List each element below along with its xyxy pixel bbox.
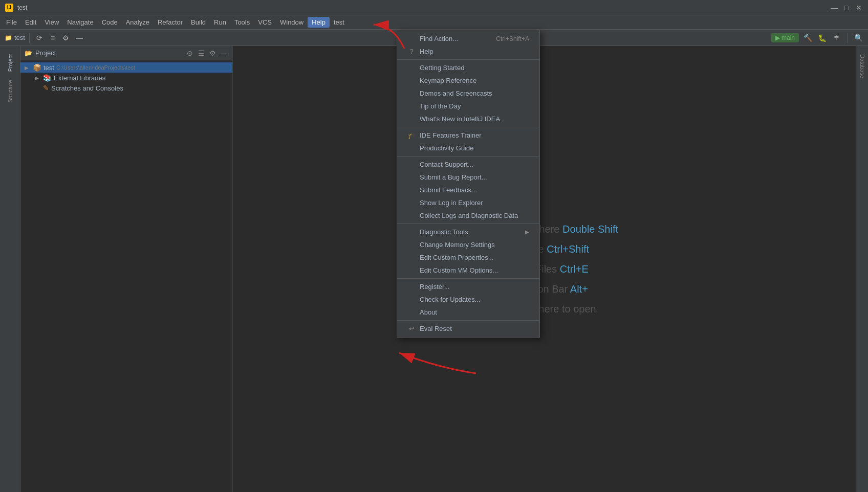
menu-analyze[interactable]: Analyze xyxy=(122,17,154,28)
close-button[interactable]: ✕ xyxy=(855,4,863,12)
project-panel-header: 📂 Project ⊙ ☰ ⚙ — xyxy=(20,46,232,60)
menu-tools[interactable]: Tools xyxy=(230,17,254,28)
toolbar-separator xyxy=(29,33,30,43)
menu-navigate[interactable]: Navigate xyxy=(63,17,97,28)
sidebar-tab-structure[interactable]: Structure xyxy=(5,76,15,107)
collect-logs-label: Collect Logs and Diagnostic Data xyxy=(420,212,518,219)
toolbar-sync-btn[interactable]: ⟳ xyxy=(34,32,45,43)
search-btn[interactable]: 🔍 xyxy=(853,32,864,43)
tree-arrow-libs: ▶ xyxy=(35,75,41,81)
menu-about[interactable]: About xyxy=(397,306,539,319)
menu-change-memory[interactable]: Change Memory Settings xyxy=(397,238,539,251)
find-action-label: Find Action... xyxy=(420,35,458,42)
menu-file[interactable]: File xyxy=(2,17,21,28)
whats-new-label: What's New in IntelliJ IDEA xyxy=(420,115,500,123)
menu-separator-5 xyxy=(397,278,539,279)
tree-arrow: ▶ xyxy=(25,65,31,71)
productivity-label: Productivity Guide xyxy=(420,144,474,152)
project-panel: 📂 Project ⊙ ☰ ⚙ — ▶ 📦 test C:\Users\alle… xyxy=(20,46,233,492)
coverage-btn[interactable]: ☂ xyxy=(831,32,842,43)
toolbar-settings-btn[interactable]: ⚙ xyxy=(60,32,72,43)
tree-item-scratches-label: Scratches and Consoles xyxy=(51,84,123,92)
run-button[interactable]: ▶ main xyxy=(771,33,799,42)
register-label: Register... xyxy=(420,283,450,290)
menu-feedback[interactable]: Submit Feedback... xyxy=(397,184,539,196)
menu-show-log[interactable]: Show Log in Explorer xyxy=(397,196,539,209)
help-menu: Find Action... Ctrl+Shift+A ? Help Getti… xyxy=(397,30,540,338)
menu-vcs[interactable]: VCS xyxy=(254,17,276,28)
menu-separator-4 xyxy=(397,223,539,224)
minimize-button[interactable]: — xyxy=(830,4,838,12)
menu-check-updates[interactable]: Check for Updates... xyxy=(397,293,539,306)
menu-help[interactable]: Help xyxy=(308,17,330,28)
folder-icon: 📁 xyxy=(4,34,12,42)
sidebar-tab-database[interactable]: Database xyxy=(857,50,867,82)
project-scope-btn[interactable]: ⊙ xyxy=(185,49,194,58)
menu-window[interactable]: Window xyxy=(276,17,308,28)
left-sidebar: Project Structure xyxy=(0,46,20,492)
tree-item-libraries[interactable]: ▶ 📚 External Libraries xyxy=(20,73,232,83)
toolbar-collapse-btn[interactable]: ≡ xyxy=(47,32,58,43)
tree-item-root[interactable]: ▶ 📦 test C:\Users\allen\IdeaProjects\tes… xyxy=(20,62,232,73)
toolbar-close-btn[interactable]: — xyxy=(74,32,85,43)
menu-bug-report[interactable]: Submit a Bug Report... xyxy=(397,171,539,184)
sidebar-tab-project[interactable]: Project xyxy=(5,50,15,76)
menu-tip[interactable]: Tip of the Day xyxy=(397,100,539,113)
editor-area: Search Everywhere Double Shift Go to Fil… xyxy=(233,46,856,492)
title-bar: IJ test — □ ✕ xyxy=(0,0,868,15)
menu-keymap[interactable]: Keymap Reference xyxy=(397,74,539,87)
title-bar-text: test xyxy=(17,4,830,11)
project-icon: 📦 xyxy=(33,63,41,72)
menu-separator-6 xyxy=(397,320,539,321)
ide-features-label: IDE Features Trainer xyxy=(420,131,482,139)
menu-edit-vm[interactable]: Edit Custom VM Options... xyxy=(397,264,539,277)
feedback-label: Submit Feedback... xyxy=(420,186,477,194)
menu-separator-1 xyxy=(397,59,539,60)
build-btn[interactable]: 🔨 xyxy=(802,32,813,43)
project-flatten-btn[interactable]: ☰ xyxy=(197,49,206,58)
menu-diagnostic-tools[interactable]: Diagnostic Tools ▶ xyxy=(397,226,539,238)
find-action-shortcut: Ctrl+Shift+A xyxy=(496,35,529,42)
menu-eval-reset[interactable]: ↩ Eval Reset xyxy=(397,322,539,335)
change-memory-label: Change Memory Settings xyxy=(420,241,495,249)
menu-contact-support[interactable]: Contact Support... xyxy=(397,158,539,171)
project-header-controls: ⊙ ☰ ⚙ — xyxy=(185,49,228,58)
title-bar-controls: — □ ✕ xyxy=(830,4,863,12)
tree-item-scratches[interactable]: ▶ ✎ Scratches and Consoles xyxy=(20,83,232,93)
help-icon: ? xyxy=(407,48,416,55)
menu-demos[interactable]: Demos and Screencasts xyxy=(397,87,539,100)
menu-separator-3 xyxy=(397,156,539,156)
library-icon: 📚 xyxy=(43,74,52,82)
project-more-btn[interactable]: ⚙ xyxy=(208,49,217,58)
menu-find-action[interactable]: Find Action... Ctrl+Shift+A xyxy=(397,32,539,45)
tip-label: Tip of the Day xyxy=(420,102,461,110)
menu-ide-features[interactable]: 🎓 IDE Features Trainer xyxy=(397,129,539,142)
menu-run[interactable]: Run xyxy=(210,17,230,28)
project-hide-btn[interactable]: — xyxy=(219,49,228,58)
right-sidebar: Database xyxy=(856,46,868,492)
menu-getting-started[interactable]: Getting Started xyxy=(397,61,539,74)
menu-whats-new[interactable]: What's New in IntelliJ IDEA xyxy=(397,113,539,125)
toolbar-sep2 xyxy=(847,33,848,43)
menu-view[interactable]: View xyxy=(40,17,63,28)
maximize-button[interactable]: □ xyxy=(842,4,851,12)
menu-edit[interactable]: Edit xyxy=(21,17,40,28)
menu-code[interactable]: Code xyxy=(98,17,122,28)
project-title: Project xyxy=(35,49,56,57)
menu-project-name[interactable]: test xyxy=(330,17,349,28)
project-tree: ▶ 📦 test C:\Users\allen\IdeaProjects\tes… xyxy=(20,60,232,95)
menu-collect-logs[interactable]: Collect Logs and Diagnostic Data xyxy=(397,209,539,222)
demos-label: Demos and Screencasts xyxy=(420,90,492,97)
menu-build[interactable]: Build xyxy=(187,17,210,28)
menu-refactor[interactable]: Refactor xyxy=(154,17,187,28)
eval-reset-icon: ↩ xyxy=(407,325,416,332)
debug-btn[interactable]: 🐛 xyxy=(816,32,828,43)
menu-help-item[interactable]: ? Help xyxy=(397,45,539,58)
menu-edit-properties[interactable]: Edit Custom Properties... xyxy=(397,251,539,264)
bug-report-label: Submit a Bug Report... xyxy=(420,173,487,181)
keymap-label: Keymap Reference xyxy=(420,77,476,84)
menu-bar: File Edit View Navigate Code Analyze Ref… xyxy=(0,15,868,30)
scratches-icon: ✎ xyxy=(43,84,49,92)
menu-register[interactable]: Register... xyxy=(397,280,539,293)
menu-productivity[interactable]: Productivity Guide xyxy=(397,142,539,154)
